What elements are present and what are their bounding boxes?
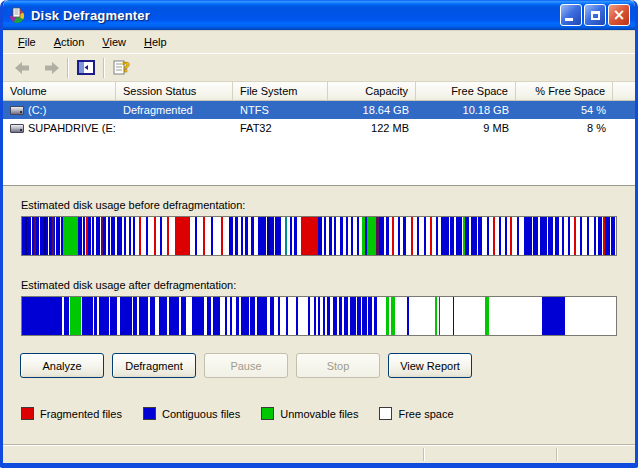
usage-stripe	[82, 297, 93, 335]
usage-stripe	[213, 297, 220, 335]
close-button[interactable]: ×	[608, 4, 630, 26]
usage-stripe	[489, 297, 543, 335]
toolbar: ?	[3, 54, 635, 82]
usage-stripe	[611, 217, 615, 255]
usage-stripe	[367, 217, 376, 255]
usage-stripe	[139, 297, 148, 335]
usage-stripe	[409, 297, 435, 335]
usage-stripe	[470, 297, 485, 335]
cell-free_space: 10.18 GB	[416, 104, 516, 116]
window-title: Disk Defragmenter	[31, 8, 558, 23]
usage-stripe	[540, 217, 547, 255]
menu-bar: FileActionViewHelp	[3, 30, 635, 54]
usage-stripe	[524, 217, 532, 255]
before-usage-label: Estimated disk usage before defragmentat…	[21, 188, 635, 216]
cell-capacity: 122 MB	[328, 122, 416, 134]
cell-free_space: 9 MB	[416, 122, 516, 134]
legend-item-free-space: Free space	[379, 407, 453, 420]
stop-button[interactable]: Stop	[296, 353, 380, 378]
usage-stripe	[241, 297, 249, 335]
list-header: VolumeSession StatusFile SystemCapacityF…	[3, 82, 635, 101]
volume-row[interactable]: SUPAHDRIVE (E:)FAT32122 MB9 MB8 %	[3, 119, 635, 137]
usage-stripe	[454, 297, 470, 335]
usage-stripe	[288, 297, 296, 335]
disk-usage-before-band	[21, 216, 617, 256]
close-icon: ×	[613, 8, 626, 23]
help-icon[interactable]: ?	[109, 56, 135, 80]
cell-file_system: FAT32	[233, 122, 328, 134]
legend-item-unmovable-files: Unmovable files	[261, 407, 358, 420]
column-header-file-system[interactable]: File System	[233, 82, 328, 101]
usage-stripe	[440, 297, 453, 335]
statusbar-divider	[556, 448, 558, 461]
defrag-panel: Estimated disk usage before defragmentat…	[3, 188, 635, 444]
maximize-icon	[591, 11, 600, 20]
console-tree-icon[interactable]	[73, 56, 99, 80]
defragment-button[interactable]: Defragment	[112, 353, 196, 378]
column-header--free-space[interactable]: % Free Space	[516, 82, 613, 101]
volume-row[interactable]: (C:)DefragmentedNTFS18.64 GB10.18 GB54 %	[3, 101, 635, 119]
usage-stripe	[257, 297, 267, 335]
menu-view[interactable]: View	[93, 33, 135, 51]
usage-stripe	[301, 217, 319, 255]
usage-stripe	[99, 297, 109, 335]
cell-pct_free_space: 8 %	[516, 122, 613, 134]
usage-stripe	[22, 297, 62, 335]
cell-session_status: Defragmented	[116, 104, 233, 116]
usage-stripe	[298, 297, 308, 335]
statusbar-divider	[423, 448, 425, 461]
app-icon[interactable]	[9, 7, 26, 24]
usage-stripe	[542, 297, 565, 335]
legend-swatch	[21, 407, 34, 420]
column-header-session-status[interactable]: Session Status	[116, 82, 233, 101]
status-bar	[3, 444, 635, 463]
legend-label: Contiguous files	[162, 408, 240, 420]
usage-stripe	[192, 297, 204, 335]
legend-swatch	[143, 407, 156, 420]
forward-icon[interactable]	[37, 56, 63, 80]
svg-text:?: ?	[122, 59, 130, 75]
cell-pct_free_space: 54 %	[516, 104, 613, 116]
column-header-volume[interactable]: Volume	[3, 82, 116, 101]
column-header-capacity[interactable]: Capacity	[328, 82, 416, 101]
usage-stripe	[70, 297, 81, 335]
usage-stripe	[110, 297, 117, 335]
menu-action[interactable]: Action	[45, 33, 94, 51]
analyze-button[interactable]: Analyze	[20, 353, 104, 378]
usage-stripe	[63, 217, 78, 255]
usage-stripe	[120, 297, 133, 335]
maximize-button[interactable]	[584, 4, 606, 26]
legend-swatch	[379, 407, 392, 420]
menu-file[interactable]: File	[9, 33, 45, 51]
usage-stripe	[377, 297, 386, 335]
menu-help[interactable]: Help	[135, 33, 176, 51]
cell-file_system: NTFS	[233, 104, 328, 116]
legend-label: Fragmented files	[40, 408, 122, 420]
usage-stripe	[213, 217, 221, 255]
view-report-button[interactable]: View Report	[388, 353, 472, 378]
after-usage-label: Estimated disk usage after defragmentati…	[21, 256, 635, 296]
legend-swatch	[261, 407, 274, 420]
column-header-free-space[interactable]: Free Space	[416, 82, 516, 101]
cell-volume: (C:)	[3, 104, 116, 116]
legend-item-contiguous-files: Contiguous files	[143, 407, 240, 420]
legend-item-fragmented-files: Fragmented files	[21, 407, 122, 420]
list-rows: (C:)DefragmentedNTFS18.64 GB10.18 GB54 %…	[3, 101, 635, 137]
cell-volume: SUPAHDRIVE (E:)	[3, 122, 116, 134]
minimize-button[interactable]	[560, 4, 582, 26]
usage-stripe	[258, 217, 266, 255]
drive-icon	[10, 106, 24, 115]
usage-stripe	[441, 217, 450, 255]
volumes-list: VolumeSession StatusFile SystemCapacityF…	[3, 82, 635, 185]
drive-icon	[10, 124, 24, 133]
legend-label: Unmovable files	[280, 408, 358, 420]
column-header-filler	[613, 82, 635, 101]
back-icon[interactable]	[11, 56, 37, 80]
usage-stripe	[395, 297, 407, 335]
pause-button[interactable]: Pause	[204, 353, 288, 378]
title-bar: Disk Defragmenter ×	[3, 0, 635, 30]
cell-capacity: 18.64 GB	[328, 104, 416, 116]
legend-label: Free space	[398, 408, 453, 420]
disk-defragmenter-window: Disk Defragmenter × FileActionViewHelp ?…	[0, 0, 638, 468]
toolbar-separator	[67, 58, 69, 78]
